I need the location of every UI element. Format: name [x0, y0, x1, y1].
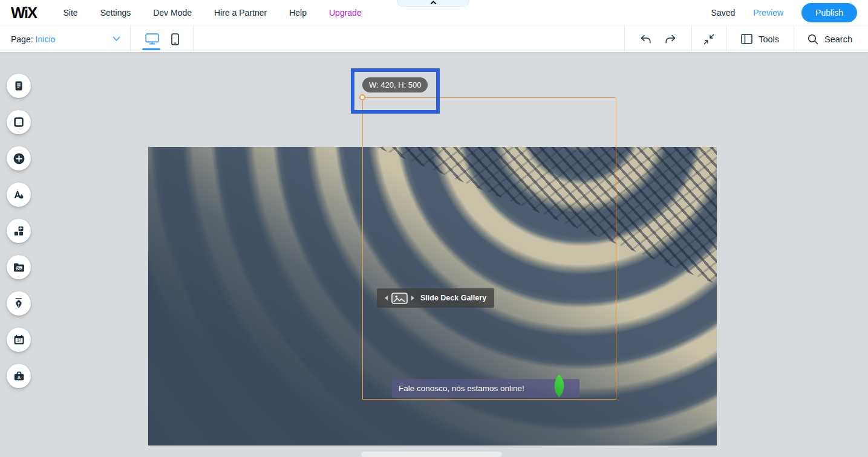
- sidebar-item-background[interactable]: [7, 110, 31, 134]
- page-label: Page:: [11, 34, 33, 44]
- tools-button[interactable]: Tools: [726, 26, 794, 52]
- publish-button[interactable]: Publish: [801, 3, 857, 22]
- sidebar-item-business-tools[interactable]: A: [7, 364, 31, 388]
- pen-tool-icon: [13, 297, 25, 310]
- sidebar-item-app-market[interactable]: [7, 219, 31, 243]
- editor-toolbar: Page: Inicio: [0, 25, 868, 52]
- device-switcher: [131, 26, 194, 52]
- toolbar-spacer: [194, 26, 624, 52]
- menu-dev-mode[interactable]: Dev Mode: [153, 8, 192, 18]
- search-label: Search: [824, 34, 852, 44]
- sidebar-item-media[interactable]: [7, 255, 31, 279]
- site-design-icon: [13, 189, 25, 201]
- page-name: Inicio: [36, 34, 56, 44]
- preview-button[interactable]: Preview: [753, 8, 783, 18]
- media-icon: [13, 262, 25, 273]
- menu-site[interactable]: Site: [64, 8, 78, 18]
- resize-handle-top-left[interactable]: [359, 94, 365, 100]
- topbar-actions: Saved Preview Publish: [711, 3, 857, 22]
- undo-icon[interactable]: [640, 34, 651, 44]
- redo-icon[interactable]: [665, 34, 676, 44]
- size-tooltip: W: 420, H: 500: [362, 77, 428, 92]
- background-icon: [13, 116, 25, 128]
- business-tools-icon: A: [13, 370, 25, 382]
- top-menu: Site Settings Dev Mode Hire a Partner He…: [64, 8, 362, 18]
- tools-label: Tools: [759, 34, 779, 44]
- chevron-down-icon: [113, 36, 120, 42]
- collapse-panel-tab[interactable]: [397, 0, 469, 7]
- bookings-date-label: 17: [16, 338, 21, 342]
- menu-upgrade[interactable]: Upgrade: [329, 8, 362, 18]
- page-selector[interactable]: Page: Inicio: [0, 26, 131, 52]
- horizontal-scrollbar[interactable]: [361, 452, 502, 457]
- wix-logo[interactable]: WiX: [11, 4, 37, 22]
- menu-hire-a-partner[interactable]: Hire a Partner: [214, 8, 267, 18]
- editor-sidebar: 17 A: [7, 74, 31, 400]
- app-market-icon: [13, 225, 25, 237]
- bookings-calendar-icon: 17: [13, 334, 25, 346]
- business-tools-label: A: [17, 375, 21, 380]
- menu-settings[interactable]: Settings: [100, 8, 131, 18]
- mobile-icon[interactable]: [171, 33, 179, 45]
- menu-help[interactable]: Help: [289, 8, 307, 18]
- zoom-out-controls: [691, 26, 726, 52]
- sidebar-item-site-design[interactable]: [7, 183, 31, 207]
- sidebar-item-pen-tool[interactable]: [7, 291, 31, 316]
- search-button[interactable]: Search: [794, 26, 868, 52]
- element-selection-outline[interactable]: [362, 97, 616, 400]
- desktop-selected-underline: [142, 48, 160, 50]
- sidebar-item-pages-menu[interactable]: [7, 74, 31, 98]
- pages-menu-icon: [13, 80, 25, 92]
- chevron-up-icon: [430, 1, 436, 7]
- tools-panel-icon: [741, 34, 752, 44]
- sidebar-item-bookings[interactable]: 17: [7, 328, 31, 352]
- sidebar-item-add-elements[interactable]: [7, 146, 31, 170]
- desktop-icon[interactable]: [145, 33, 159, 45]
- add-elements-icon: [13, 152, 25, 165]
- collapse-view-icon[interactable]: [703, 34, 714, 45]
- search-icon: [808, 34, 818, 45]
- saved-status[interactable]: Saved: [711, 8, 736, 18]
- history-controls: [624, 26, 691, 52]
